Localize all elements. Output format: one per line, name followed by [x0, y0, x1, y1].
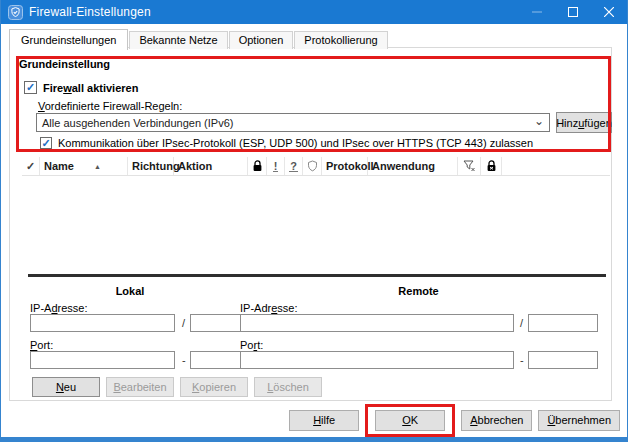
- local-port-label: Port:: [30, 339, 53, 351]
- remote-port-label: Port:: [240, 339, 263, 351]
- annotation-rect-ok: OK: [365, 404, 455, 437]
- checkbox-checked-icon: ✓: [24, 81, 37, 94]
- checkbox-checked-icon: ✓: [40, 137, 52, 149]
- add-button[interactable]: Hinzufügen: [556, 112, 612, 133]
- remote-section-title: Remote: [240, 285, 597, 297]
- ip-separator: /: [520, 317, 523, 329]
- ok-button[interactable]: OK: [375, 410, 445, 431]
- remote-port-to-input[interactable]: [528, 351, 598, 369]
- firewall-enable-label: Firewall aktivieren: [43, 82, 138, 94]
- rules-table-body[interactable]: [22, 176, 610, 272]
- predefined-rules-label: Vordefinierte Firewall-Regeln:: [38, 100, 182, 112]
- port-separator: -: [182, 354, 186, 366]
- window-title: Firewall-Einstellungen: [29, 5, 151, 19]
- ip-separator: /: [182, 317, 185, 329]
- lock-x-icon[interactable]: [481, 157, 502, 175]
- column-anwendung[interactable]: Anwendung: [368, 157, 458, 175]
- question-icon[interactable]: ?: [285, 157, 303, 175]
- enabled-column-check-icon[interactable]: ✓: [22, 157, 40, 175]
- ipsec-label: Kommunikation über IPsec-Protokoll (ESP,…: [58, 137, 533, 149]
- column-aktion[interactable]: Aktion: [174, 157, 248, 175]
- remote-ip-input[interactable]: [240, 314, 514, 332]
- tab-page-grundeinstellungen: Grundeinstellung ✓ Firewall aktivieren V…: [9, 47, 612, 401]
- lock-icon[interactable]: [248, 157, 267, 175]
- firewall-enable-checkbox[interactable]: ✓ Firewall aktivieren: [24, 81, 138, 94]
- local-section-title: Lokal: [30, 285, 230, 297]
- column-protokoll[interactable]: Protokoll: [322, 157, 368, 175]
- titlebar: Firewall-Einstellungen: [1, 0, 627, 24]
- remote-port-from-input[interactable]: [240, 351, 514, 369]
- tab-protokollierung[interactable]: Protokollierung: [294, 31, 387, 49]
- local-ip-label: IP-Adresse:: [30, 302, 88, 314]
- delete-button: Löschen: [254, 377, 322, 397]
- new-button[interactable]: Neu: [32, 377, 100, 397]
- column-richtung[interactable]: Richtung: [128, 157, 174, 175]
- predefined-rules-value: Alle ausgehenden Verbindungen (IPv6): [42, 117, 233, 129]
- remote-ip-mask-input[interactable]: [528, 314, 598, 332]
- column-spacer: [502, 157, 610, 175]
- predefined-rules-select[interactable]: Alle ausgehenden Verbindungen (IPv6) ⌄: [36, 113, 550, 132]
- firewall-settings-dialog: Firewall-Einstellungen Grundeinstellunge…: [0, 0, 628, 442]
- dialog-footer: Hilfe OK Abbrechen Übernehmen: [1, 403, 620, 437]
- shield-check-icon: [8, 5, 23, 20]
- minimize-icon: [519, 0, 555, 24]
- close-icon[interactable]: [591, 0, 627, 24]
- filter-x-icon[interactable]: [458, 157, 481, 175]
- tab-optionen[interactable]: Optionen: [229, 31, 294, 49]
- rules-table-header: ✓ Name ▲ Richtung Aktion ! ? Protokoll A…: [22, 157, 610, 176]
- chevron-down-icon: ⌄: [534, 114, 544, 128]
- sort-ascending-icon: ▲: [94, 163, 101, 170]
- remote-ip-label: IP-Adresse:: [240, 302, 298, 314]
- tab-bekannte-netze[interactable]: Bekannte Netze: [129, 31, 227, 49]
- maximize-icon[interactable]: [555, 0, 591, 24]
- window-controls: [519, 0, 627, 24]
- column-name[interactable]: Name ▲: [40, 157, 128, 175]
- edit-button: Bearbeiten: [106, 377, 174, 397]
- ipsec-checkbox[interactable]: ✓ Kommunikation über IPsec-Protokoll (ES…: [40, 137, 533, 149]
- shield-outline-icon[interactable]: [303, 157, 322, 175]
- exclamation-icon[interactable]: !: [267, 157, 285, 175]
- local-port-from-input[interactable]: [30, 351, 175, 369]
- table-bottom-divider: [28, 274, 606, 277]
- cancel-button[interactable]: Abbrechen: [461, 410, 532, 431]
- rule-action-buttons: Neu Bearbeiten Kopieren Löschen: [32, 377, 322, 397]
- local-ip-input[interactable]: [30, 314, 175, 332]
- help-button[interactable]: Hilfe: [289, 410, 359, 431]
- tab-grundeinstellungen[interactable]: Grundeinstellungen: [9, 29, 128, 50]
- port-separator: -: [520, 354, 524, 366]
- apply-button[interactable]: Übernehmen: [538, 410, 620, 431]
- copy-button: Kopieren: [180, 377, 248, 397]
- group-title: Grundeinstellung: [19, 58, 110, 70]
- tab-bar: Grundeinstellungen Bekannte Netze Option…: [9, 29, 389, 49]
